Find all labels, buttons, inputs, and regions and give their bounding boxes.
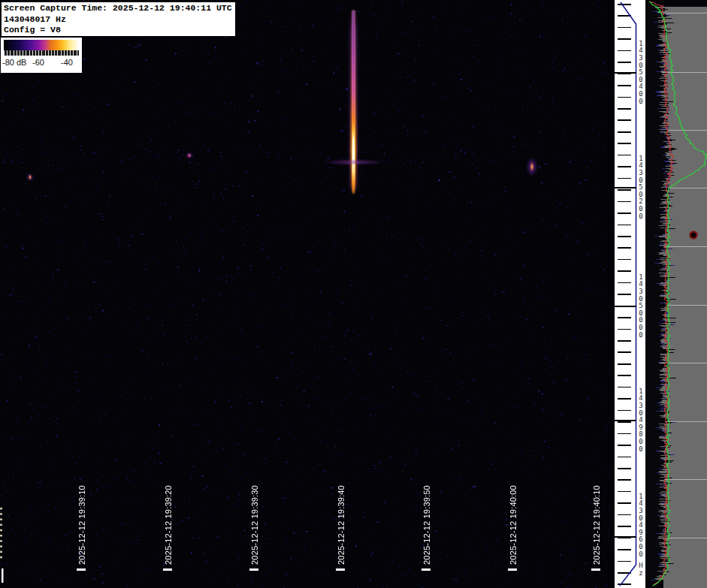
- spectrum-panel-canvas: [645, 0, 707, 588]
- time-axis-label: 2025-12-12 19:39:50: [422, 485, 431, 565]
- colorbar-label-max: -40: [61, 58, 73, 67]
- colorbar-label-min: -80 dB: [2, 58, 26, 67]
- frequency-major-tick: [615, 72, 636, 74]
- capture-config-text: Config = V8: [4, 25, 235, 36]
- frequency-major-tick: [615, 187, 636, 188]
- colorbar-legend: -80 dB -60 -40: [1, 38, 82, 73]
- time-axis-label-underline: [249, 568, 258, 571]
- time-axis-label-underline: [421, 568, 431, 571]
- frequency-axis-label: 143050200: [636, 155, 645, 220]
- time-axis-label-underline: [163, 568, 172, 571]
- time-axis-label-underline: [77, 568, 86, 571]
- time-axis-label: 2025-12-12 19:39:10: [77, 485, 86, 565]
- time-axis-label: 2025-12-12 19:40:00: [509, 485, 518, 565]
- frequency-axis-label: 143049800: [636, 388, 645, 453]
- frequency-axis-label: 143049600: [636, 493, 645, 558]
- capture-frequency-text: 143048017 Hz: [4, 14, 235, 26]
- time-axis-label-underline: [336, 568, 345, 571]
- frequency-axis-unit: Hz: [636, 562, 645, 577]
- time-axis-label: 2025-12-12 19:39:20: [164, 485, 173, 565]
- time-axis-label-underline: [508, 568, 517, 571]
- capture-time-text: Screen Capture Time: 2025-12-12 19:40:11…: [4, 3, 235, 14]
- frequency-major-tick: [615, 420, 636, 421]
- time-axis-label: 2025-12-12 19:39:30: [250, 485, 259, 565]
- frequency-major-tick: [615, 536, 636, 538]
- colorbar-scale-labels: -80 dB -60 -40: [1, 56, 82, 71]
- capture-info-overlay: Screen Capture Time: 2025-12-12 19:40:11…: [2, 2, 235, 36]
- frequency-axis-label: 143050400: [636, 41, 645, 105]
- waterfall-spectrogram-canvas: [0, 0, 615, 588]
- colorbar-label-mid: -60: [32, 58, 44, 67]
- frequency-axis-label: 143050000: [636, 274, 645, 339]
- meteor-monitor-screen: 1430504001430502001430500001430498001430…: [0, 0, 707, 588]
- frequency-axis-gutter: 1430504001430502001430500001430498001430…: [615, 0, 645, 588]
- time-axis-label-underline: [591, 568, 600, 571]
- time-axis-label: 2025-12-12 19:39:40: [337, 485, 346, 565]
- time-axis-label: 2025-12-12 19:40:10: [592, 485, 601, 565]
- colorbar-gradient: [4, 40, 79, 50]
- frequency-major-tick: [615, 306, 636, 307]
- colorbar-tick-comb: [4, 50, 79, 56]
